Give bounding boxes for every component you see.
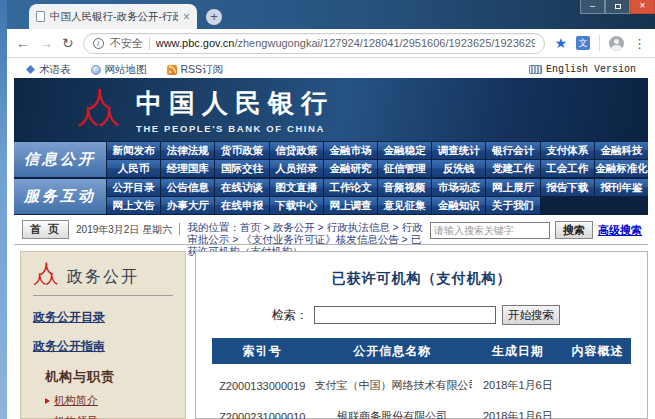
filter-label: 检索： [272, 307, 308, 324]
nav-item[interactable]: 报刊年鉴 [595, 179, 648, 196]
nav-item[interactable]: 银行会计 [486, 142, 539, 159]
minimize-button[interactable]: – [580, 0, 605, 14]
nav-item[interactable]: 报告下载 [541, 179, 594, 196]
utility-link-label: 术语表 [39, 63, 71, 77]
browser-tab[interactable]: 中国人民银行-政务公开-行政执… × [29, 4, 197, 29]
sidebar-section-title: 机构与职责 [45, 368, 173, 386]
nav-item[interactable]: 办事大厅 [161, 197, 214, 214]
nav-item[interactable]: 图文直播 [270, 179, 323, 196]
page-url: www.pbc.gov.cn/zhengwugongkai/127924/128… [156, 37, 536, 49]
nav-item[interactable]: 工作论文 [324, 179, 377, 196]
nav-item[interactable]: 人员招录 [270, 160, 323, 177]
nav-item[interactable]: 新闻发布 [107, 142, 160, 159]
search-input[interactable] [430, 222, 550, 239]
nav-item[interactable]: 征信管理 [378, 160, 431, 177]
breadcrumb-link[interactable]: 《支付业务许可证》核发信息公告 [241, 233, 399, 245]
nav-item[interactable]: 调查统计 [432, 142, 485, 159]
nav-group-label[interactable]: 信息公开 [14, 142, 106, 177]
nav-item[interactable]: 经理国库 [161, 160, 214, 177]
nav-item[interactable]: 金融稳定 [378, 142, 431, 159]
breadcrumb-link[interactable]: 行政执法信息 [327, 221, 390, 233]
breadcrumb-separator: > [229, 233, 241, 245]
url-domain: www.pbc.gov.cn [156, 37, 235, 49]
advanced-search-link[interactable]: 高级搜索 [598, 223, 642, 238]
nav-item[interactable]: 在线申报 [215, 197, 268, 214]
nav-item[interactable]: 网上文告 [107, 197, 160, 214]
nav-item[interactable]: 在线访谈 [215, 179, 268, 196]
table-body: Z2000133000019支付宝（中国）网络技术有限公司2018年1月6日Z2… [212, 364, 631, 419]
nav-item[interactable]: 关于我们 [486, 197, 539, 214]
sidebar-top-link[interactable]: 政务公开指南 [33, 338, 105, 355]
filter-input[interactable] [314, 306, 496, 324]
nav-item[interactable]: 意见征集 [378, 197, 431, 214]
nav-item[interactable]: 国际交往 [215, 160, 268, 177]
license-table: 索引号公开信息名称生成日期内容概述 Z2000133000019支付宝（中国）网… [212, 338, 631, 419]
nav-item[interactable]: 金融市场 [324, 142, 377, 159]
nav-item[interactable]: 网上调查 [324, 197, 377, 214]
home-button[interactable]: 首 页 [22, 220, 69, 239]
security-label: 不安全 [110, 36, 143, 51]
address-bar[interactable]: i 不安全 www.pbc.gov.cn/zhengwugongkai/1279… [83, 33, 546, 54]
translate-icon[interactable]: 文 [576, 36, 590, 50]
screen: 中国人民银行-政务公开-行政执… × + – × ← → ↻ i 不安全 www… [0, 0, 655, 419]
nav-item[interactable]: 公开目录 [107, 179, 160, 196]
nav-item[interactable]: 金融知识 [432, 197, 485, 214]
utility-link[interactable]: 术语表 [26, 63, 71, 77]
breadcrumb-separator: > [315, 221, 327, 233]
sidebar-top-link[interactable]: 政务公开目录 [33, 309, 105, 326]
table-row[interactable]: Z2000231000010银联商务股份有限公司2018年1月6日 [212, 395, 631, 419]
chrome-menu-icon[interactable]: ⋮ [633, 37, 646, 50]
breadcrumb-location-label: 我的位置： [187, 221, 240, 233]
maximize-button[interactable] [605, 0, 630, 14]
compass-icon [26, 65, 35, 74]
sidebar-section: 机构与职责机构简介机构领导机构职责机构设置 [33, 368, 173, 419]
utility-link[interactable]: 网站地图 [91, 63, 147, 77]
nav-item[interactable]: 音频视频 [378, 179, 431, 196]
breadcrumb-bar: 首 页 2019年3月2日 星期六 我的位置：首页 > 政务公开 > 行政执法信… [14, 215, 648, 245]
breadcrumb-link[interactable]: 政务公开 [273, 221, 315, 233]
emblem-glyph: 人 [46, 273, 58, 285]
nav-item[interactable]: 网上展厅 [486, 179, 539, 196]
table-cell: Z2000133000019 [212, 364, 313, 395]
english-version-link[interactable]: English Version [529, 64, 636, 75]
nav-item[interactable]: 公告信息 [161, 179, 214, 196]
sidebar-item[interactable]: 机构领导 [45, 414, 173, 419]
nav-item[interactable]: 法律法规 [161, 142, 214, 159]
nav-item[interactable]: 人民币 [107, 160, 160, 177]
nav-item[interactable]: 信贷政策 [270, 142, 323, 159]
info-icon[interactable]: i [93, 38, 104, 49]
reload-button[interactable]: ↻ [62, 36, 74, 50]
sidebar-item-link[interactable]: 机构领导 [54, 414, 98, 419]
nav-item[interactable]: 支付体系 [541, 142, 594, 159]
bank-title-block: 中国人民银行 THE PEOPLE'S BANK OF CHINA [136, 86, 334, 134]
nav-item[interactable]: 货币政策 [215, 142, 268, 159]
nav-item[interactable]: 下载中心 [270, 197, 323, 214]
forward-button[interactable]: → [39, 36, 53, 50]
sidebar-item-link[interactable]: 机构简介 [54, 393, 98, 408]
nav-item[interactable]: 反洗钱 [432, 160, 485, 177]
breadcrumb-link[interactable]: 首页 [240, 221, 261, 233]
new-tab-button[interactable]: + [206, 9, 222, 25]
sidebar-item[interactable]: 机构简介 [45, 393, 173, 408]
tab-close-icon[interactable]: × [183, 11, 190, 23]
table-cell [564, 364, 631, 395]
back-button[interactable]: ← [16, 36, 30, 50]
nav-item[interactable]: 金融标准化 [595, 160, 648, 177]
maximize-icon [615, 4, 621, 9]
start-search-button[interactable]: 开始搜索 [502, 305, 560, 325]
nav-item[interactable]: 市场动态 [432, 179, 485, 196]
table-row[interactable]: Z2000133000019支付宝（中国）网络技术有限公司2018年1月6日 [212, 364, 631, 395]
utility-link[interactable]: RSS订阅 [167, 63, 224, 77]
breadcrumb-separator: > [390, 221, 402, 233]
nav-item[interactable]: 党建工作 [486, 160, 539, 177]
bookmark-star-icon[interactable]: ★ [554, 36, 567, 50]
nav-item[interactable]: 金融科技 [595, 142, 648, 159]
content-area: 人人人 政务公开 政务公开目录政务公开指南 机构与职责机构简介机构领导机构职责机… [14, 245, 648, 419]
close-button[interactable]: × [630, 0, 655, 14]
nav-group-label[interactable]: 服务互动 [14, 179, 106, 214]
profile-avatar-icon[interactable] [609, 36, 624, 51]
nav-item[interactable]: 金融研究 [324, 160, 377, 177]
search-button[interactable]: 搜索 [555, 221, 593, 239]
table-cell: 银联商务股份有限公司 [313, 395, 472, 419]
nav-item[interactable]: 工会工作 [541, 160, 594, 177]
